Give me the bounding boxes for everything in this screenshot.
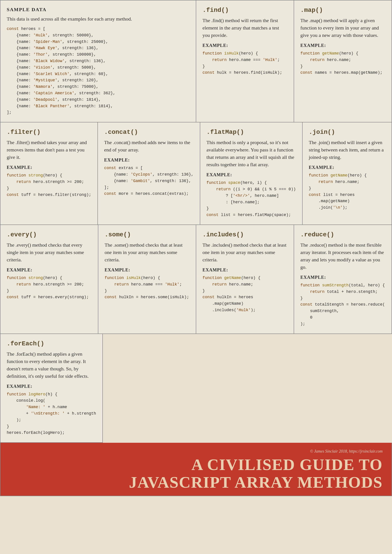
map-description: The .map() method will apply a given fun… bbox=[300, 17, 385, 39]
join-cell: .join() The .join() method will insert a… bbox=[303, 122, 392, 225]
sample-cell: SAMPLE DATA This data is used across all… bbox=[0, 0, 196, 122]
flatmap-cell: .flatMap() This method is only a proposa… bbox=[200, 122, 303, 225]
reduce-description: The .reduce() method is the most flexibl… bbox=[300, 241, 385, 271]
some-example-label: EXAMPLE: bbox=[105, 267, 189, 272]
reduce-cell: .reduce() The .reduce() method is the mo… bbox=[294, 225, 392, 334]
foreach-description: The .forEach() method applies a given fu… bbox=[7, 350, 96, 380]
concat-code: const extras = [ {name: 'Cyclops', stren… bbox=[104, 165, 194, 197]
row-1: SAMPLE DATA This data is used across all… bbox=[0, 0, 392, 122]
concat-title: .concat() bbox=[104, 129, 194, 136]
map-cell: .map() The .map() method will apply a gi… bbox=[294, 0, 392, 122]
concat-cell: .concat() The .concat() method adds new … bbox=[98, 122, 200, 225]
filter-description: The .filter() method takes your array an… bbox=[7, 139, 91, 161]
flatmap-description: This method is only a proposal, so it's … bbox=[207, 139, 296, 168]
map-example-label: EXAMPLE: bbox=[300, 43, 385, 48]
some-description: The .some() method checks that at least … bbox=[105, 241, 189, 263]
flatmap-code: function space(hero, i) { return ((i > 0… bbox=[207, 180, 296, 218]
row-3: .every() The .every() method checks that… bbox=[0, 225, 392, 334]
join-code: function getName(hero) { return hero.nam… bbox=[309, 172, 385, 211]
flatmap-title: .flatMap() bbox=[207, 129, 296, 136]
join-title: .join() bbox=[309, 129, 385, 136]
foreach-title: .forEach() bbox=[7, 340, 96, 347]
find-title: .find() bbox=[203, 7, 287, 14]
concat-description: The .concat() method adds new items to t… bbox=[104, 139, 194, 153]
reduce-title: .reduce() bbox=[300, 231, 385, 238]
some-title: .some() bbox=[105, 231, 189, 238]
filter-title: .filter() bbox=[7, 129, 91, 136]
footer-main-title: A CIVILISED GUIDE TO JAVASCRIPT ARRAY ME… bbox=[129, 456, 383, 491]
sample-title: SAMPLE DATA bbox=[7, 7, 189, 13]
foreach-example-label: EXAMPLE: bbox=[7, 384, 96, 389]
join-description: The .join() method will insert a given s… bbox=[309, 139, 385, 161]
filter-code: function strong(hero) { return hero.stre… bbox=[7, 172, 91, 198]
every-description: The .every() method checks that every si… bbox=[7, 241, 92, 263]
join-example-label: EXAMPLE: bbox=[309, 165, 385, 170]
foreach-code: function logHero(h) { console.log( 'Name… bbox=[7, 391, 96, 436]
map-title: .map() bbox=[300, 7, 385, 14]
flatmap-example-label: EXAMPLE: bbox=[207, 172, 296, 177]
includes-cell: .includes() The .includes() method check… bbox=[196, 225, 294, 334]
map-code: function getName(hero) { return hero.nam… bbox=[300, 50, 385, 76]
footer-right: © James Sinclair 2018, https://jrsinclai… bbox=[0, 443, 392, 496]
find-cell: .find() The .find() method will return t… bbox=[196, 0, 294, 122]
find-example-label: EXAMPLE: bbox=[203, 43, 287, 48]
reduce-example-label: EXAMPLE: bbox=[300, 275, 385, 280]
includes-example-label: EXAMPLE: bbox=[203, 267, 287, 272]
sample-description: This data is used across all the example… bbox=[7, 15, 189, 23]
find-code: function isHulk(hero) { return hero.name… bbox=[203, 50, 287, 76]
includes-code: function getName(hero) { return hero.nam… bbox=[203, 275, 287, 313]
includes-description: The .includes() method checks that at le… bbox=[203, 241, 287, 263]
page: SAMPLE DATA This data is used across all… bbox=[0, 0, 392, 554]
filter-example-label: EXAMPLE: bbox=[7, 165, 91, 170]
every-cell: .every() The .every() method checks that… bbox=[0, 225, 98, 334]
every-code: function strong(hero) { return hero.stre… bbox=[7, 275, 92, 300]
reduce-code: function sumStrength(total, hero) { retu… bbox=[300, 282, 385, 327]
filter-cell: .filter() The .filter() method takes you… bbox=[0, 122, 98, 225]
row-4: .forEach() The .forEach() method applies… bbox=[0, 334, 392, 496]
find-description: The .find() method will return the first… bbox=[203, 17, 287, 39]
every-example-label: EXAMPLE: bbox=[7, 267, 92, 272]
concat-example-label: EXAMPLE: bbox=[104, 158, 194, 163]
footer-credit: © James Sinclair 2018, https://jrsinclai… bbox=[310, 449, 383, 454]
some-code: function isHulk(hero) { return hero.name… bbox=[105, 275, 189, 300]
includes-title: .includes() bbox=[203, 231, 287, 238]
some-cell: .some() The .some() method checks that a… bbox=[98, 225, 196, 334]
foreach-cell: .forEach() The .forEach() method applies… bbox=[0, 334, 103, 443]
every-title: .every() bbox=[7, 231, 92, 238]
sample-code: const heroes = [ {name: 'Hulk', strength… bbox=[7, 26, 189, 116]
row-2: .filter() The .filter() method takes you… bbox=[0, 122, 392, 225]
